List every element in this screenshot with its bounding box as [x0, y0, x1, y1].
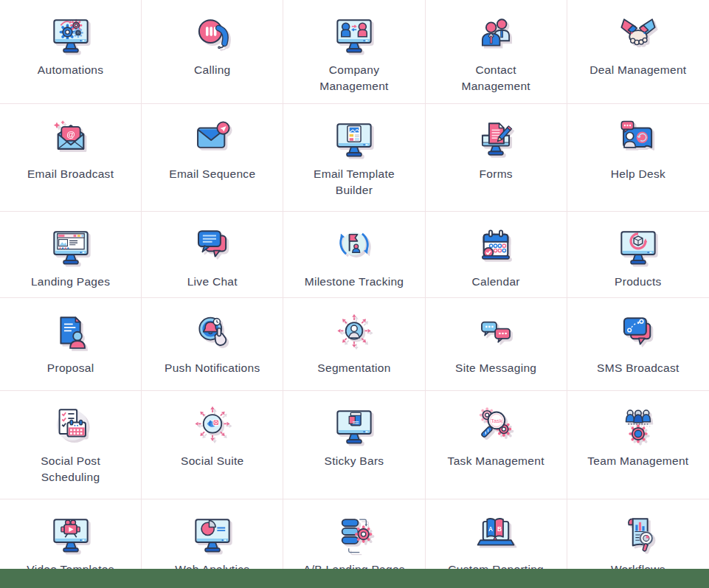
feature-cell[interactable]: Contact Management [426, 0, 567, 104]
feature-label: Calendar [472, 274, 520, 290]
feature-label: Milestone Tracking [305, 274, 404, 290]
feature-label: Landing Pages [31, 274, 110, 290]
feature-cell[interactable]: Social Post Scheduling [0, 391, 142, 499]
feature-label: Deal Management [589, 62, 686, 78]
feature-label: Email Broadcast [27, 166, 114, 182]
site-messaging-icon [474, 312, 517, 355]
feature-cell[interactable]: Landing Pages [0, 212, 142, 298]
calling-icon [191, 14, 234, 57]
contact-management-icon [474, 14, 517, 57]
feature-cell[interactable]: f Social Suite [142, 391, 283, 499]
web-analytics-icon [191, 513, 234, 556]
footer-bar [0, 569, 709, 588]
team-management-icon [617, 405, 660, 448]
live-chat-icon [191, 226, 234, 269]
feature-label: Contact Management [445, 62, 547, 94]
workflows-icon [617, 513, 660, 556]
landing-pages-icon [49, 226, 92, 269]
feature-label: Task Management [448, 453, 544, 469]
company-management-icon [333, 14, 376, 57]
feature-label: Automations [38, 62, 103, 78]
automations-icon [49, 14, 92, 57]
feature-label: Forms [479, 166, 512, 182]
deal-management-icon [617, 14, 660, 57]
feature-cell[interactable]: Proposal [0, 298, 142, 391]
feature-cell[interactable]: Help Desk [567, 104, 709, 212]
feature-cell[interactable]: Milestone Tracking [283, 212, 425, 298]
feature-label: Proposal [47, 360, 94, 376]
feature-cell[interactable]: Segmentation [283, 298, 425, 391]
feature-label: Social Post Scheduling [20, 453, 122, 485]
feature-cell[interactable]: Email Template Builder [283, 104, 425, 212]
feature-label: Live Chat [187, 274, 238, 290]
svg-text:@: @ [66, 129, 75, 139]
forms-icon [474, 118, 517, 161]
feature-label: Email Sequence [169, 166, 255, 182]
milestone-tracking-icon [333, 226, 376, 269]
email-broadcast-icon: @ [49, 118, 92, 161]
products-icon [617, 226, 660, 269]
social-suite-icon: f [191, 405, 234, 448]
feature-label: Products [615, 274, 662, 290]
feature-cell[interactable]: Team Management [567, 391, 709, 499]
features-page: Automations Calling Company Management C… [0, 0, 709, 588]
sticky-bars-icon [333, 405, 376, 448]
custom-reporting-icon: A B [474, 513, 517, 556]
feature-cell[interactable]: Calendar [426, 212, 567, 298]
feature-cell[interactable]: Push Notifications [142, 298, 283, 391]
feature-cell[interactable]: Sticky Bars [283, 391, 425, 499]
svg-text:Task: Task [491, 418, 502, 424]
feature-label: Email Template Builder [303, 166, 405, 198]
feature-label: Site Messaging [455, 360, 536, 376]
feature-cell[interactable]: Automations [0, 0, 142, 104]
svg-text:A: A [488, 526, 493, 533]
feature-label: Calling [194, 62, 231, 78]
calendar-icon [474, 226, 517, 269]
feature-cell[interactable]: Calling [142, 0, 283, 104]
feature-cell[interactable]: Email Sequence [142, 104, 283, 212]
feature-cell[interactable]: Forms [426, 104, 567, 212]
video-templates-icon [49, 513, 92, 556]
feature-cell[interactable]: Company Management [283, 0, 425, 104]
email-sequence-icon [191, 118, 234, 161]
proposal-icon [49, 312, 92, 355]
segmentation-icon [333, 312, 376, 355]
feature-label: Push Notifications [165, 360, 260, 376]
email-template-builder-icon [333, 118, 376, 161]
features-grid: Automations Calling Company Management C… [0, 0, 709, 588]
feature-label: Company Management [303, 62, 405, 94]
ab-landing-pages-icon [333, 513, 376, 556]
push-notifications-icon [191, 312, 234, 355]
feature-label: SMS Broadcast [597, 360, 679, 376]
feature-cell[interactable]: Deal Management [567, 0, 709, 104]
svg-text:B: B [497, 526, 502, 533]
task-management-icon: Task [474, 405, 517, 448]
feature-cell[interactable]: @ Email Broadcast [0, 104, 142, 212]
sms-broadcast-icon [617, 312, 660, 355]
feature-cell[interactable]: Site Messaging [426, 298, 567, 391]
social-post-scheduling-icon [49, 405, 92, 448]
feature-cell[interactable]: Task Task Management [426, 391, 567, 499]
feature-cell[interactable]: Products [567, 212, 709, 298]
help-desk-icon [617, 118, 660, 161]
feature-cell[interactable]: SMS Broadcast [567, 298, 709, 391]
feature-label: Social Suite [181, 453, 243, 469]
feature-cell[interactable]: Live Chat [142, 212, 283, 298]
feature-label: Segmentation [317, 360, 390, 376]
feature-label: Sticky Bars [325, 453, 384, 469]
feature-label: Team Management [587, 453, 688, 469]
feature-label: Help Desk [611, 166, 665, 182]
